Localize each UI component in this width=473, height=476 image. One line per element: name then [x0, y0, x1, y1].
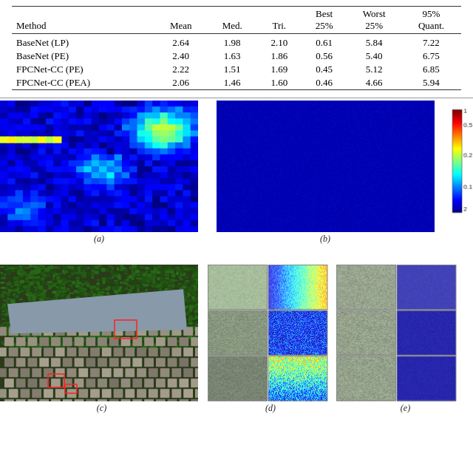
table-row: FPCNet-CC (PEA) 2.06 1.46 1.60 0.46 4.66…: [12, 76, 461, 90]
cell-med: 1.51: [208, 63, 257, 76]
cell-mean: 2.22: [154, 63, 208, 76]
bottom-section: (c) (d) (e): [0, 246, 473, 415]
col-method: Method: [12, 7, 154, 34]
cell-best25: 0.61: [302, 34, 347, 50]
photo-c-canvas: [0, 265, 198, 401]
results-table-section: Method Mean Med. Tri. Best25% Worst25% 9…: [0, 0, 473, 98]
cell-95quant: 7.22: [401, 34, 461, 50]
cell-med: 1.46: [208, 76, 257, 90]
cell-worst25: 4.66: [347, 76, 401, 90]
col-mean: Mean: [154, 7, 208, 34]
panel-b: (b): [201, 98, 449, 246]
panel-d-container: [208, 265, 332, 401]
table-body: BaseNet (LP) 2.64 1.98 2.10 0.61 5.84 7.…: [12, 34, 461, 90]
bottom-image-row: [0, 246, 473, 401]
panel-b-label: (b): [320, 234, 330, 245]
colorbar: [449, 98, 473, 246]
panel-c-container: [0, 265, 203, 401]
cell-tri: 2.10: [257, 34, 302, 50]
col-tri: Tri.: [257, 7, 302, 34]
cell-tri: 1.86: [257, 50, 302, 63]
cell-method: BaseNet (LP): [12, 34, 154, 50]
panel-e-container: [336, 265, 473, 401]
table-header-row: Method Mean Med. Tri. Best25% Worst25% 9…: [12, 7, 461, 34]
cell-95quant: 5.94: [401, 76, 461, 90]
table-row: FPCNet-CC (PE) 2.22 1.51 1.69 0.45 5.12 …: [12, 63, 461, 76]
cell-med: 1.63: [208, 50, 257, 63]
panel-a-label: (a): [94, 234, 104, 245]
cell-best25: 0.56: [302, 50, 347, 63]
cell-mean: 2.06: [154, 76, 208, 90]
heatmap-b-canvas: [217, 101, 435, 232]
images-section: (a) (b) (c): [0, 98, 473, 415]
cell-mean: 2.64: [154, 34, 208, 50]
cell-tri: 1.69: [257, 63, 302, 76]
label-d: (d): [206, 403, 335, 414]
table-row: BaseNet (LP) 2.64 1.98 2.10 0.61 5.84 7.…: [12, 34, 461, 50]
grid-d-canvas: [208, 265, 328, 401]
cell-95quant: 6.75: [401, 50, 461, 63]
bottom-labels-row: (c) (d) (e): [0, 401, 473, 415]
table-row: BaseNet (PE) 2.40 1.63 1.86 0.56 5.40 6.…: [12, 50, 461, 63]
col-med: Med.: [208, 7, 257, 34]
cell-med: 1.98: [208, 34, 257, 50]
results-table: Method Mean Med. Tri. Best25% Worst25% 9…: [12, 6, 461, 90]
panel-a: (a): [0, 98, 198, 246]
col-best25: Best25%: [302, 7, 347, 34]
label-e: (e): [338, 403, 473, 414]
colorbar-canvas: [451, 106, 473, 228]
cell-method: FPCNet-CC (PEA): [12, 76, 154, 90]
grid-e-canvas: [336, 265, 457, 401]
cell-worst25: 5.40: [347, 50, 401, 63]
col-worst25: Worst25%: [347, 7, 401, 34]
col-95quant: 95%Quant.: [401, 7, 461, 34]
cell-best25: 0.45: [302, 63, 347, 76]
heatmap-a-canvas: [0, 101, 198, 232]
cell-worst25: 5.12: [347, 63, 401, 76]
cell-mean: 2.40: [154, 50, 208, 63]
cell-95quant: 6.85: [401, 63, 461, 76]
top-image-row: (a) (b): [0, 98, 473, 246]
cell-best25: 0.46: [302, 76, 347, 90]
cell-tri: 1.60: [257, 76, 302, 90]
cell-method: FPCNet-CC (PE): [12, 63, 154, 76]
label-c: (c): [0, 403, 203, 414]
cell-method: BaseNet (PE): [12, 50, 154, 63]
cell-worst25: 5.84: [347, 34, 401, 50]
